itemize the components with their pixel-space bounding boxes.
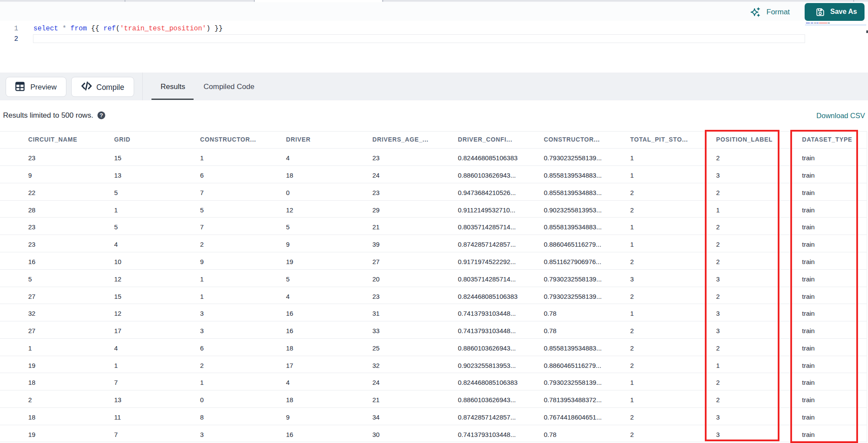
- svg-text:?: ?: [100, 112, 103, 119]
